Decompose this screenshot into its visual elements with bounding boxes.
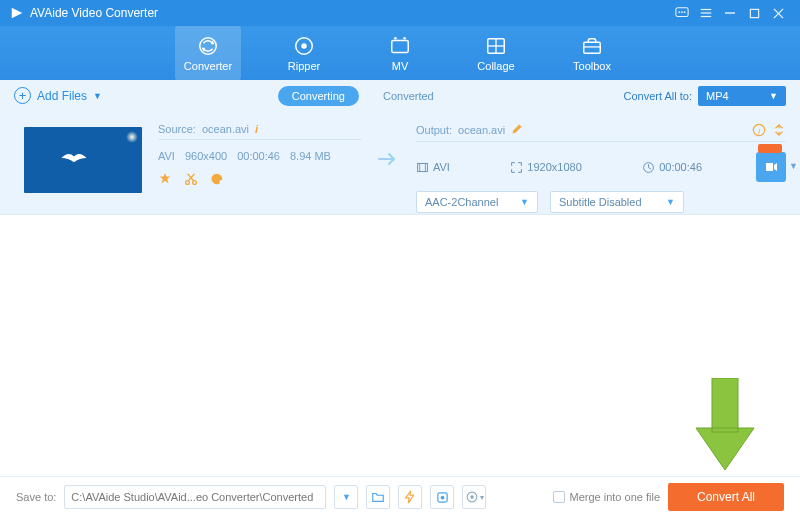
source-label: Source: bbox=[158, 123, 196, 135]
chevron-down-icon: ▼ bbox=[520, 197, 529, 207]
audio-value: AAC-2Channel bbox=[425, 196, 498, 208]
svg-rect-41 bbox=[712, 378, 738, 432]
film-icon bbox=[416, 161, 429, 174]
footer-bar: Save to: C:\AVAide Studio\AVAid...eo Con… bbox=[0, 476, 800, 517]
svg-point-2 bbox=[679, 11, 681, 13]
source-filename: ocean.avi bbox=[202, 123, 249, 135]
chevron-down-icon: ▼ bbox=[769, 91, 778, 101]
open-folder-button[interactable] bbox=[366, 485, 390, 509]
pencil-icon[interactable] bbox=[511, 123, 523, 137]
svg-point-38 bbox=[440, 495, 444, 499]
video-thumbnail[interactable] bbox=[24, 127, 142, 193]
cut-icon[interactable] bbox=[184, 172, 198, 186]
info-icon[interactable]: i bbox=[255, 123, 258, 135]
svg-rect-23 bbox=[584, 42, 601, 53]
nav-label: Ripper bbox=[288, 60, 320, 72]
add-files-button[interactable]: + Add Files ▼ bbox=[14, 87, 102, 104]
output-format: AVI bbox=[433, 161, 450, 173]
source-resolution: 960x400 bbox=[185, 150, 227, 162]
guide-arrow-icon bbox=[692, 378, 758, 474]
svg-rect-36 bbox=[766, 163, 773, 171]
svg-rect-43 bbox=[712, 378, 738, 432]
plus-icon: + bbox=[14, 87, 31, 104]
mv-icon bbox=[389, 35, 411, 57]
chevron-down-icon: ▼ bbox=[666, 197, 675, 207]
svg-point-40 bbox=[470, 495, 474, 499]
svg-point-18 bbox=[394, 36, 397, 39]
settings-button[interactable]: ▾ bbox=[462, 485, 486, 509]
window-minimize[interactable] bbox=[718, 1, 742, 25]
subtitle-select[interactable]: Subtitle Disabled ▼ bbox=[550, 191, 684, 213]
svg-point-27 bbox=[193, 181, 197, 185]
window-close[interactable] bbox=[766, 1, 790, 25]
nav-label: MV bbox=[392, 60, 409, 72]
svg-marker-44 bbox=[696, 428, 754, 470]
arrow-right-icon bbox=[378, 153, 398, 165]
checkbox-icon bbox=[553, 491, 565, 503]
chat-icon[interactable] bbox=[670, 1, 694, 25]
audio-select[interactable]: AAC-2Channel ▼ bbox=[416, 191, 538, 213]
source-format: AVI bbox=[158, 150, 175, 162]
palette-icon[interactable] bbox=[210, 172, 224, 186]
save-path-input[interactable]: C:\AVAide Studio\AVAid...eo Converter\Co… bbox=[64, 485, 326, 509]
converter-icon bbox=[197, 35, 219, 57]
convert-all-to: Convert All to: MP4 ▼ bbox=[624, 86, 786, 106]
svg-marker-25 bbox=[160, 173, 171, 184]
expand-icon bbox=[510, 161, 523, 174]
svg-line-28 bbox=[188, 174, 194, 181]
nav-mv[interactable]: MV bbox=[367, 26, 433, 80]
format-value: MP4 bbox=[706, 90, 729, 102]
gpu-button[interactable] bbox=[430, 485, 454, 509]
boost-button[interactable] bbox=[398, 485, 422, 509]
menu-icon[interactable] bbox=[694, 1, 718, 25]
wand-icon[interactable] bbox=[158, 172, 172, 186]
svg-point-26 bbox=[186, 181, 190, 185]
output-format-select[interactable]: MP4 ▼ bbox=[698, 86, 786, 106]
svg-point-3 bbox=[681, 11, 683, 13]
chevron-down-icon: ▼ bbox=[93, 91, 102, 101]
save-to-label: Save to: bbox=[16, 491, 56, 503]
output-filename: ocean.avi bbox=[458, 124, 505, 136]
file-item: Source: ocean.avi i AVI 960x400 00:00:46… bbox=[0, 111, 800, 215]
convert-all-button[interactable]: Convert All bbox=[668, 483, 784, 511]
title-bar: AVAide Video Converter bbox=[0, 0, 800, 26]
svg-rect-9 bbox=[750, 9, 758, 17]
compress-icon[interactable] bbox=[772, 123, 786, 137]
subtitle-value: Subtitle Disabled bbox=[559, 196, 642, 208]
output-panel: Output: ocean.avi i AVI 1920x1080 00:00:… bbox=[414, 123, 786, 213]
add-files-label: Add Files bbox=[37, 89, 87, 103]
svg-line-29 bbox=[188, 174, 194, 181]
source-panel: Source: ocean.avi i AVI 960x400 00:00:46… bbox=[158, 123, 362, 186]
app-logo-icon bbox=[10, 6, 24, 20]
nav-label: Converter bbox=[184, 60, 232, 72]
nav-toolbox[interactable]: Toolbox bbox=[559, 26, 625, 80]
output-resolution: 1920x1080 bbox=[527, 161, 581, 173]
app-title: AVAide Video Converter bbox=[30, 6, 670, 20]
svg-point-16 bbox=[301, 43, 307, 49]
svg-marker-0 bbox=[12, 8, 23, 19]
nav-collage[interactable]: Collage bbox=[463, 26, 529, 80]
svg-point-4 bbox=[684, 11, 686, 13]
info-circle-icon[interactable]: i bbox=[752, 123, 766, 137]
tab-converting[interactable]: Converting bbox=[278, 86, 359, 106]
collage-icon bbox=[485, 35, 507, 57]
merge-checkbox[interactable]: Merge into one file bbox=[553, 491, 661, 503]
main-nav: Converter Ripper MV Collage Toolbox bbox=[0, 26, 800, 80]
nav-label: Toolbox bbox=[573, 60, 611, 72]
output-profile-button[interactable]: ▼ bbox=[756, 152, 786, 182]
merge-label: Merge into one file bbox=[570, 491, 661, 503]
chevron-down-icon[interactable]: ▼ bbox=[789, 161, 798, 171]
ripper-icon bbox=[293, 35, 315, 57]
svg-marker-42 bbox=[696, 428, 754, 470]
nav-label: Collage bbox=[477, 60, 514, 72]
nav-ripper[interactable]: Ripper bbox=[271, 26, 337, 80]
svg-rect-32 bbox=[418, 163, 428, 171]
source-duration: 00:00:46 bbox=[237, 150, 280, 162]
toolbox-icon bbox=[581, 35, 603, 57]
badge-icon bbox=[758, 144, 782, 153]
nav-converter[interactable]: Converter bbox=[175, 26, 241, 80]
window-maximize[interactable] bbox=[742, 1, 766, 25]
path-dropdown[interactable]: ▼ bbox=[334, 485, 358, 509]
convert-all-to-label: Convert All to: bbox=[624, 90, 692, 102]
tab-converted[interactable]: Converted bbox=[369, 86, 448, 106]
